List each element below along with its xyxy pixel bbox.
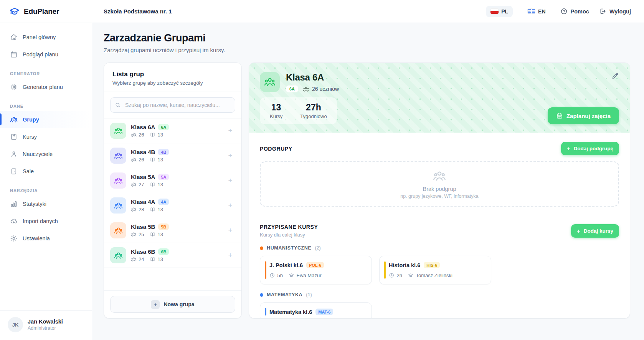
group-search-input[interactable]: [110, 97, 235, 113]
group-row-5a[interactable]: Klasa 5A5A2713+: [104, 168, 241, 193]
sidebar-item-label: Nauczyciele: [23, 151, 53, 157]
users-icon: [114, 226, 123, 235]
group-icon-tile: [260, 72, 280, 92]
users-icon: [114, 251, 123, 260]
group-tile: [110, 247, 126, 263]
edit-group-button[interactable]: [611, 72, 619, 81]
courses-count: 13: [150, 157, 163, 163]
gear-icon: [10, 235, 18, 242]
sidebar-item-panel-g-wny[interactable]: Panel główny: [0, 28, 92, 46]
users-icon: [114, 176, 123, 185]
group-rows: Klasa 6A6A2613+Klasa 4B4B2613+Klasa 5A5A…: [104, 118, 241, 290]
sidebar-item-kursy[interactable]: Kursy: [0, 128, 92, 145]
course-hours: 2h: [389, 273, 402, 278]
group-tile: [110, 148, 126, 164]
search-icon: [115, 102, 121, 108]
nav-section-label: GENERATOR: [10, 71, 92, 76]
group-row-6b[interactable]: Klasa 6B6B2413+: [104, 243, 241, 268]
open-book-icon: [150, 256, 155, 262]
sidebar-item-statystyki[interactable]: Statystyki: [0, 195, 92, 212]
add-to-group-button[interactable]: +: [225, 126, 235, 135]
group-row-6a[interactable]: Klasa 6A6A2613+: [104, 118, 241, 143]
sidebar-item-podgl-d-planu[interactable]: Podgląd planu: [0, 46, 92, 63]
course-code-badge: POL-6: [306, 262, 324, 268]
sidebar-item-label: Panel główny: [23, 34, 56, 40]
open-book-icon: [150, 157, 155, 163]
sidebar-item-label: Generator planu: [23, 84, 63, 90]
home-icon: [10, 33, 18, 41]
add-to-group-button[interactable]: +: [225, 151, 235, 160]
add-to-group-button[interactable]: +: [225, 176, 235, 185]
sidebar-item-label: Sale: [23, 168, 34, 174]
cpu-icon: [10, 83, 18, 91]
group-badge: 6A: [286, 85, 298, 92]
schedule-classes-button[interactable]: Zaplanuj zajęcia: [548, 107, 619, 124]
add-to-group-button[interactable]: +: [225, 251, 235, 260]
add-courses-button[interactable]: + Dodaj kursy: [571, 224, 619, 238]
course-code-badge: MAT-6: [315, 309, 333, 315]
course-title: J. Polski kl.6: [269, 262, 303, 268]
assigned-courses-section: PRZYPISANE KURSY Kursy dla calej klasy +…: [249, 216, 630, 318]
sidebar-item-label: Ustawienia: [23, 235, 50, 241]
sidebar-item-label: Podgląd planu: [23, 51, 58, 57]
main-content: Zarzadzanie Grupami Zarządzaj grupami uc…: [92, 23, 644, 340]
course-category-header: HUMANISTYCZNE(2): [260, 245, 619, 251]
category-count: (2): [315, 245, 320, 251]
language-pl-button[interactable]: PL: [486, 6, 513, 17]
user-profile[interactable]: JK Jan Kowalski Administrator: [0, 310, 92, 340]
courses-subtitle: Kursy dla calej klasy: [260, 232, 318, 238]
group-row-5b[interactable]: Klasa 5B5B2513+: [104, 218, 241, 243]
sidebar-item-sale[interactable]: Sale: [0, 163, 92, 180]
course-card-his-6[interactable]: Historia kl.6HIS-62hTomasz Zielinski: [379, 256, 491, 284]
add-subgroup-button[interactable]: + Dodaj podgrupę: [561, 142, 619, 155]
stat-courses-value: 13: [270, 102, 282, 113]
courses-count: 13: [150, 232, 163, 237]
users-icon: [114, 201, 123, 210]
sidebar-item-ustawienia[interactable]: Ustawienia: [0, 230, 92, 247]
door-icon: [10, 168, 18, 175]
add-to-group-button[interactable]: +: [225, 201, 235, 210]
group-name: Klasa 5A: [131, 174, 155, 180]
sidebar-item-generator-planu[interactable]: Generator planu: [0, 78, 92, 95]
course-code-badge: HIS-6: [424, 262, 440, 268]
users-icon: [264, 76, 276, 88]
graduation-cap-icon: [9, 6, 20, 17]
users-icon: [131, 157, 137, 163]
logout-button[interactable]: Wyloguj: [599, 8, 631, 15]
group-tile: [110, 123, 126, 139]
add-courses-label: Dodaj kursy: [584, 228, 613, 234]
users-icon: [131, 232, 137, 237]
page-title: Zarzadzanie Grupami: [104, 32, 630, 44]
sidebar: EduPlaner Panel głównyPodgląd planuGENER…: [0, 0, 92, 340]
group-row-4a[interactable]: Klasa 4A4A2813+: [104, 193, 241, 218]
group-list-title: Lista grup: [112, 71, 233, 78]
add-to-group-button[interactable]: +: [225, 226, 235, 235]
logout-icon: [599, 8, 606, 15]
course-accent-bar: [265, 308, 266, 315]
group-stats-card: 13 Kursy 27h Tygodniowo: [260, 97, 337, 124]
group-name: Klasa 5B: [131, 223, 155, 230]
course-card-pol-6[interactable]: J. Polski kl.6POL-65hEwa Mazur: [260, 256, 372, 284]
sidebar-item-import-danych[interactable]: Import danych: [0, 212, 92, 230]
group-detail-header: Klasa 6A 6A 26 uczniów: [249, 63, 630, 133]
course-card-mat-6[interactable]: Matematyka kl.6MAT-6: [260, 302, 372, 318]
subgroups-empty-hint: np. grupy jezykowe, WF, informatyka: [400, 194, 479, 199]
sidebar-nav: Panel głównyPodgląd planuGENERATORGenera…: [0, 23, 92, 310]
new-group-button[interactable]: + Nowa grupa: [110, 296, 235, 313]
sidebar-item-nauczyciele[interactable]: Nauczyciele: [0, 145, 92, 163]
group-badge: 6B: [158, 248, 169, 255]
help-button[interactable]: Pomoc: [560, 8, 589, 15]
sidebar-item-grupy[interactable]: Grupy: [0, 111, 92, 128]
clock-icon: [269, 273, 275, 278]
courses-count: 13: [150, 182, 163, 187]
category-count: (1): [306, 292, 312, 297]
users-icon: [433, 169, 446, 182]
help-label: Pomoc: [571, 8, 589, 15]
group-row-4b[interactable]: Klasa 4B4B2613+: [104, 143, 241, 168]
users-icon: [131, 207, 137, 212]
cloud-download-icon: [10, 217, 18, 225]
language-en-button[interactable]: EN: [523, 6, 550, 17]
students-count: 27: [131, 182, 144, 187]
group-name: Klasa 4B: [131, 149, 155, 155]
course-hours: 5h: [269, 273, 283, 278]
